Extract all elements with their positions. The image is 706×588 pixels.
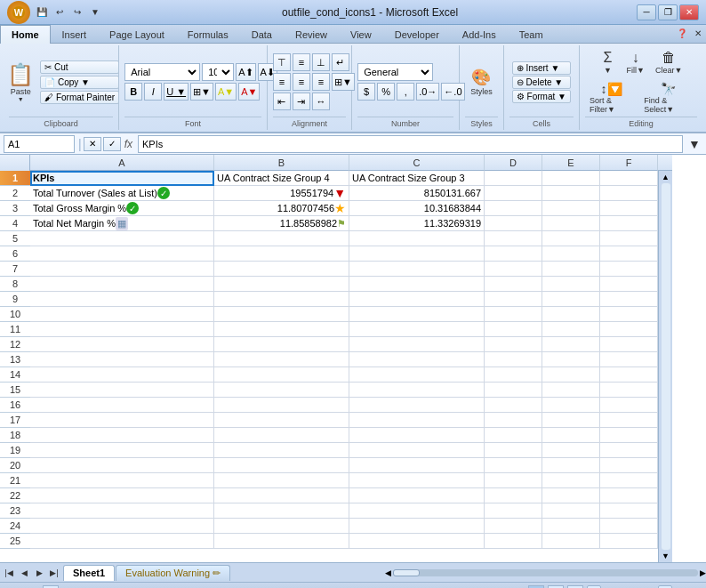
sheet-nav-prev[interactable]: ◀ [17,566,31,580]
cell-F12[interactable] [600,337,658,352]
cell-C1[interactable]: UA Contract Size Group 3 [349,171,485,186]
cell-F15[interactable] [600,383,658,398]
cell-F5[interactable] [600,231,658,246]
formula-input[interactable] [138,135,683,153]
underline-button[interactable]: U ▼ [164,83,189,101]
number-format-select[interactable]: General [357,63,433,81]
wrap-text-button[interactable]: ↵ [332,53,349,71]
cell-A20[interactable] [30,458,214,473]
save-qa-button[interactable]: 💾 [34,4,50,20]
sheet-nav-first[interactable]: |◀ [2,566,16,580]
row-header-10[interactable]: 10 [0,307,30,322]
redo-qa-button[interactable]: ↪ [69,4,85,20]
cell-C6[interactable] [349,246,485,262]
cell-F23[interactable] [600,503,658,519]
row-header-1[interactable]: 1 [0,171,30,186]
cell-D14[interactable] [485,367,542,383]
cell-A3[interactable]: Total Gross Margin % ✓ [30,201,214,216]
font-family-select[interactable]: Arial [124,63,200,81]
cell-C11[interactable] [349,322,485,337]
cell-B14[interactable] [214,367,349,383]
cell-B13[interactable] [214,352,349,367]
cell-B10[interactable] [214,307,349,322]
align-left-button[interactable]: ≡ [273,73,291,91]
fill-button[interactable]: ↓ Fill▼ [622,47,649,77]
cell-F25[interactable] [600,534,658,549]
cell-B25[interactable] [214,534,349,549]
cell-D23[interactable] [485,503,542,519]
tab-developer[interactable]: Developer [383,25,451,44]
tab-addins[interactable]: Add-Ins [451,25,508,44]
cell-B18[interactable] [214,428,349,443]
cell-F1[interactable] [600,171,658,186]
row-header-12[interactable]: 12 [0,337,30,352]
cell-B8[interactable] [214,277,349,292]
align-center-button[interactable]: ≡ [293,73,310,91]
cell-A22[interactable] [30,488,214,503]
cell-E23[interactable] [542,503,600,519]
clear-button[interactable]: 🗑 Clear▼ [651,47,686,77]
cell-E3[interactable] [542,201,600,216]
cell-A19[interactable] [30,443,214,458]
cell-D13[interactable] [485,352,542,367]
merge-button[interactable]: ⊞▼ [332,73,355,91]
tab-insert[interactable]: Insert [51,25,99,44]
italic-button[interactable]: I [144,83,162,101]
close-button[interactable]: ✕ [679,4,699,20]
cell-D6[interactable] [485,246,542,262]
confirm-formula-button[interactable]: ✓ [103,137,121,151]
cell-D18[interactable] [485,428,542,443]
decrease-indent-button[interactable]: ⇤ [273,93,291,110]
cell-C10[interactable] [349,307,485,322]
cell-D8[interactable] [485,277,542,292]
row-header-24[interactable]: 24 [0,519,30,534]
cell-C9[interactable] [349,292,485,307]
cell-F19[interactable] [600,443,658,458]
cell-F4[interactable] [600,216,658,231]
row-header-14[interactable]: 14 [0,367,30,383]
page-layout-view-button[interactable]: ⊡ [548,585,564,589]
cell-E13[interactable] [542,352,600,367]
cell-B24[interactable] [214,519,349,534]
cell-D12[interactable] [485,337,542,352]
cell-F13[interactable] [600,352,658,367]
cell-F20[interactable] [600,458,658,473]
tab-home[interactable]: Home [0,25,51,44]
cell-E4[interactable] [542,216,600,231]
cell-B6[interactable] [214,246,349,262]
cell-E9[interactable] [542,292,600,307]
cell-E1[interactable] [542,171,600,186]
restore-button[interactable]: ❐ [658,4,678,20]
sheet-tab-sheet1[interactable]: Sheet1 [63,565,115,581]
cell-B11[interactable] [214,322,349,337]
cell-D7[interactable] [485,262,542,277]
h-scroll-left[interactable]: ◀ [385,568,391,577]
cell-C16[interactable] [349,398,485,413]
sheet-nav-last[interactable]: ▶| [47,566,61,580]
cell-E6[interactable] [542,246,600,262]
status-page-icon[interactable]: 📄 [43,585,59,589]
paste-button[interactable]: 📋 Paste ▼ [3,60,38,105]
cell-F17[interactable] [600,413,658,428]
cell-E25[interactable] [542,534,600,549]
cell-F8[interactable] [600,277,658,292]
row-header-5[interactable]: 5 [0,231,30,246]
office-button[interactable]: W [7,1,30,24]
tab-view[interactable]: View [339,25,383,44]
h-scrollbar-track[interactable] [393,569,699,576]
cell-A11[interactable] [30,322,214,337]
cell-F16[interactable] [600,398,658,413]
cell-A9[interactable] [30,292,214,307]
delete-cells-button[interactable]: ⊖ Delete ▼ [512,76,571,89]
row-header-16[interactable]: 16 [0,398,30,413]
tab-page-layout[interactable]: Page Layout [98,25,176,44]
cell-F2[interactable] [600,186,658,201]
percent-button[interactable]: % [377,83,395,101]
page-break-view-button[interactable]: ⊞ [567,585,583,589]
cell-C22[interactable] [349,488,485,503]
cell-B7[interactable] [214,262,349,277]
cell-D11[interactable] [485,322,542,337]
cell-E8[interactable] [542,277,600,292]
col-header-C[interactable]: C [349,155,485,171]
cell-D16[interactable] [485,398,542,413]
